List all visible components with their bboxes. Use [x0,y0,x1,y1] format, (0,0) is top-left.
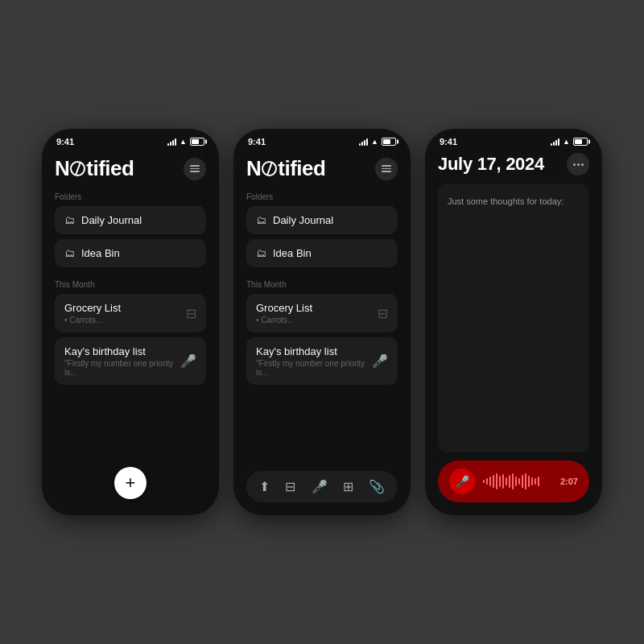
wave-bar [496,473,497,489]
folder-name: Daily Journal [81,214,142,226]
note-type-icon: ⊟ [378,306,388,321]
share-icon[interactable]: ⬆ [259,479,270,494]
signal-bars-2 [359,138,368,146]
signal-bar [366,138,368,146]
wifi-icon-3: ▲ [563,138,570,146]
battery-fill-1 [192,139,199,144]
folder-icon: 🗂 [256,247,266,259]
note-preview: "Firstly my number one priority is... [256,359,372,377]
menu-line [190,171,200,172]
folders-label-1: Folders [55,192,206,201]
folder-item-daily-journal-1[interactable]: 🗂 Daily Journal [55,206,206,234]
mic-icon: 🎤 [372,353,388,369]
wave-bar [518,478,520,485]
note-date-title: July 17, 2024 [438,154,544,175]
app-header-1: Ntified [55,156,206,181]
menu-line [382,168,391,170]
note-icon[interactable]: ⊟ [285,479,295,494]
wave-bar [531,477,533,485]
app-title-2: Ntified [246,156,325,181]
logo-slash [266,162,272,175]
signal-bar [172,140,174,146]
battery-icon-2 [382,138,396,146]
dot [577,163,580,166]
signal-bars-3 [551,138,559,146]
dot [581,163,584,166]
folder-item-daily-journal-2[interactable]: 🗂 Daily Journal [246,206,398,234]
folder-icon: 🗂 [256,214,266,226]
voice-recording-bar[interactable]: 🎤 2:07 [438,460,589,502]
note-title: Kay's birthday list [64,345,180,357]
this-month-label-2: This Month [246,280,398,289]
wave-bar [506,477,507,485]
signal-bar [170,142,171,146]
signal-bar [558,138,559,146]
battery-icon-3 [573,138,588,146]
logo-slash [75,162,80,175]
menu-button-1[interactable] [184,158,206,180]
logo-o [70,161,85,176]
wave-bar [512,473,514,489]
signal-bar [364,140,365,146]
note-text: Kay's birthday list "Firstly my number o… [256,345,372,377]
folder-icon: 🗂 [64,247,75,259]
menu-line [382,171,391,172]
add-button-1[interactable]: + [114,467,147,499]
scan-icon[interactable]: ⊞ [343,479,353,494]
folder-item-idea-bin-1[interactable]: 🗂 Idea Bin [55,239,206,267]
folders-label-2: Folders [246,192,398,201]
attach-icon[interactable]: 📎 [369,479,385,494]
menu-line [190,168,200,170]
wave-bar [522,475,523,488]
status-icons-2: ▲ [359,138,396,146]
menu-line [382,165,391,167]
signal-bar [553,142,555,146]
menu-line [190,165,200,167]
note-birthday-list-2[interactable]: Kay's birthday list "Firstly my number o… [246,337,398,385]
wave-bar [515,477,517,486]
note-grocery-list-1[interactable]: Grocery List • Carrots... ⊟ [55,294,206,332]
note-title: Kay's birthday list [256,345,372,357]
menu-lines-1 [190,165,200,172]
note-text: Kay's birthday list "Firstly my number o… [64,345,180,377]
note-birthday-list-1[interactable]: Kay's birthday list "Firstly my number o… [55,337,206,385]
mic-icon[interactable]: 🎤 [312,479,328,494]
more-options-button[interactable] [567,153,589,175]
phone-1: 9:41 ▲ Ntified [42,129,219,515]
note-grocery-list-2[interactable]: Grocery List • Carrots... ⊟ [246,294,398,332]
wave-bar [483,480,485,483]
folder-name: Daily Journal [273,214,333,226]
app-title-1: Ntified [55,156,134,181]
note-preview: "Firstly my number one priority is... [64,359,180,377]
mic-icon: 🎤 [180,353,196,369]
menu-lines-2 [382,165,391,172]
status-bar-3: 9:41 ▲ [425,129,602,150]
note-preview: • Carrots... [256,316,312,324]
app-header-2: Ntified [246,156,398,181]
folder-item-idea-bin-2[interactable]: 🗂 Idea Bin [246,239,398,267]
signal-bar [555,140,557,146]
toolbar-2: ⬆ ⊟ 🎤 ⊞ 📎 [246,471,398,502]
waveform [483,473,552,489]
battery-fill-3 [575,139,582,144]
note-type-icon: ⊟ [186,306,196,321]
wave-bar [509,475,510,488]
note-text: Grocery List • Carrots... [64,302,121,324]
status-time-1: 9:41 [56,137,74,147]
signal-bar [175,138,176,146]
note-area-text: Just some thoughts for today: [448,196,564,206]
note-editor[interactable]: Just some thoughts for today: [438,184,589,452]
wave-bar [538,477,539,486]
status-time-2: 9:41 [248,137,266,147]
note-preview: • Carrots... [64,316,121,324]
signal-bar [361,142,363,146]
menu-button-2[interactable] [375,158,398,180]
note-title: Grocery List [256,302,312,314]
note-text: Grocery List • Carrots... [256,302,312,324]
wifi-icon-2: ▲ [371,138,378,146]
status-time-3: 9:41 [440,137,457,147]
voice-mic-button[interactable]: 🎤 [449,469,475,494]
signal-bar [167,143,169,146]
wifi-icon-1: ▲ [180,138,187,146]
dot [573,163,576,166]
